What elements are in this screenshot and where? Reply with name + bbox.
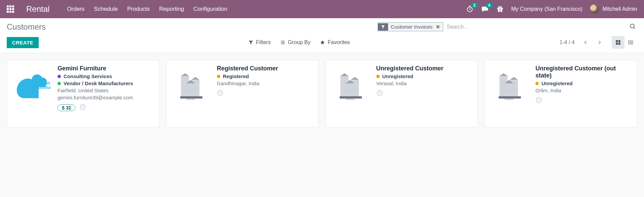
messaging-button[interactable]: 4 [481, 5, 489, 13]
customer-card[interactable]: Unregistered Customer Unregistered Verav… [326, 60, 478, 127]
search-button[interactable] [628, 22, 637, 32]
clock-icon [535, 97, 542, 103]
tag-dot-icon [376, 75, 380, 78]
activity-button[interactable] [535, 97, 542, 104]
tag-label: Vendor / Desk Manufacturers [64, 80, 133, 86]
timer-button[interactable]: 2 [466, 5, 473, 13]
customer-card[interactable]: Unregistered Customer (out state) Unregi… [485, 60, 637, 127]
customer-location: Gandhinagar, India [217, 80, 313, 86]
tag-label: Consulting Services [64, 73, 112, 79]
svg-marker-35 [499, 73, 507, 76]
filters-button[interactable]: Filters [248, 39, 271, 45]
customer-logo [171, 65, 212, 105]
tag-dot-icon [58, 82, 61, 85]
kanban-view-button[interactable] [612, 36, 624, 49]
favorites-label: Favorites [328, 39, 350, 45]
nav-orders[interactable]: Orders [67, 6, 84, 12]
tag-dot-icon [58, 75, 61, 78]
chip-remove[interactable]: ✕ [435, 24, 443, 30]
customer-logo [331, 65, 371, 105]
funnel-icon [378, 23, 388, 31]
customer-card[interactable]: Registered Customer Registered Gandhinag… [166, 60, 319, 127]
funnel-icon [248, 40, 254, 45]
svg-text:Furniture: Furniture [36, 85, 50, 90]
favorites-button[interactable]: Favorites [320, 39, 350, 45]
list-icon [280, 40, 286, 45]
search-icon [629, 23, 636, 30]
kanban-icon [615, 39, 621, 45]
app-brand[interactable]: Rental [26, 4, 49, 14]
customer-tag: Unregistered [376, 73, 472, 79]
nav-products[interactable]: Products [127, 6, 150, 12]
customer-name: Gemini Furniture [58, 65, 154, 72]
customer-tag: Consulting Services [58, 73, 154, 79]
chevron-right-icon [597, 39, 603, 45]
svg-rect-3 [500, 8, 500, 12]
activity-button[interactable] [376, 90, 383, 97]
pager-prev[interactable] [580, 37, 591, 48]
customer-card[interactable]: Gemini Furniture Gemini Furniture Consul… [7, 60, 159, 127]
svg-rect-7 [616, 40, 618, 42]
clock-icon [376, 90, 383, 96]
customer-logo: Gemini Furniture [12, 65, 52, 105]
nav-schedule[interactable]: Schedule [94, 6, 118, 12]
svg-point-13 [629, 44, 629, 44]
svg-rect-8 [618, 40, 620, 42]
svg-point-5 [500, 6, 502, 8]
filters-label: Filters [256, 39, 271, 45]
clock-icon [79, 104, 86, 110]
create-button[interactable]: CREATE [7, 37, 39, 48]
main-nav: Orders Schedule Products Reporting Confi… [67, 6, 227, 12]
nav-configuration[interactable]: Configuration [193, 6, 227, 12]
customer-email: gemini.furniture39@example.com [58, 95, 154, 100]
messaging-badge: 4 [486, 3, 493, 8]
tag-dot-icon [535, 82, 539, 85]
list-icon [628, 39, 634, 45]
customer-tag: Vendor / Desk Manufacturers [58, 80, 154, 86]
page-title: Customers [7, 22, 46, 32]
tag-dot-icon [217, 75, 220, 78]
user-menu[interactable]: Mitchell Admin [590, 4, 637, 14]
svg-marker-29 [351, 77, 359, 80]
svg-rect-10 [618, 43, 620, 45]
groupby-label: Group By [288, 39, 311, 45]
customer-location: Fairfield, United States [58, 88, 154, 93]
amount-pill: $ 32 [58, 104, 75, 111]
svg-point-4 [498, 6, 500, 8]
svg-rect-9 [616, 43, 618, 45]
customer-tag: Registered [217, 73, 313, 79]
tag-label: Registered [223, 73, 249, 79]
nav-reporting[interactable]: Reporting [159, 6, 184, 12]
svg-marker-19 [181, 73, 189, 76]
groupby-button[interactable]: Group By [280, 39, 311, 45]
search-filter-chip: Customer Invoices ✕ [378, 22, 443, 31]
customer-name: Unregistered Customer [376, 65, 472, 72]
svg-point-6 [630, 24, 634, 28]
user-name: Mitchell Admin [603, 6, 637, 12]
customer-logo [490, 65, 530, 105]
customer-location: Veraval, India [376, 80, 472, 86]
tag-label: Unregistered [541, 80, 573, 86]
svg-marker-27 [340, 73, 348, 76]
apps-icon[interactable] [7, 5, 14, 13]
search-area: Customer Invoices ✕ [378, 22, 637, 32]
star-icon [320, 40, 325, 45]
view-switch [612, 36, 637, 49]
svg-marker-37 [510, 77, 518, 80]
customer-name: Unregistered Customer (out state) [535, 65, 632, 79]
svg-point-12 [629, 42, 629, 43]
customer-location: Orlim, India [535, 88, 632, 93]
svg-rect-32 [340, 96, 362, 99]
company-selector[interactable]: My Company (San Francisco) [511, 6, 582, 12]
list-view-button[interactable] [624, 36, 637, 49]
svg-marker-21 [191, 77, 199, 80]
gift-button[interactable] [496, 5, 504, 13]
tag-label: Unregistered [382, 73, 414, 79]
activity-button[interactable] [79, 104, 86, 111]
kanban-view: Gemini Furniture Gemini Furniture Consul… [0, 53, 644, 134]
search-input[interactable] [445, 22, 628, 32]
svg-rect-40 [499, 96, 521, 99]
pager-next[interactable] [594, 37, 605, 48]
pager[interactable]: 1-4 / 4 [560, 39, 575, 45]
activity-button[interactable] [217, 90, 224, 97]
